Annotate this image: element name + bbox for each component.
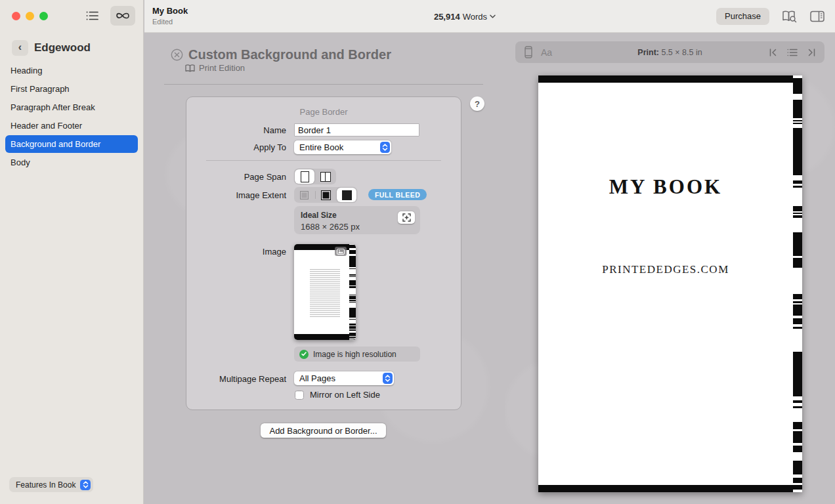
sidebar-item-background-and-border[interactable]: Background and Border [5, 135, 138, 153]
back-button[interactable]: ‹ [12, 40, 28, 56]
section-title: Page Border [186, 107, 461, 117]
border-bottom-bar [538, 485, 793, 492]
stepper-icon [383, 373, 393, 384]
document-status: Edited [152, 18, 173, 26]
minimize-window-button[interactable] [26, 12, 34, 20]
border-top-bar [538, 75, 793, 83]
page-span-segmented-control [294, 169, 336, 184]
page-span-single-option[interactable] [295, 169, 314, 184]
thumbnail-text-block [310, 269, 340, 318]
last-page-icon[interactable] [807, 49, 815, 56]
extent-page-icon [321, 190, 331, 200]
document-title: My Book [152, 6, 188, 16]
sidebar-item-first-paragraph[interactable]: First Paragraph [5, 80, 138, 98]
ideal-size-box: Ideal Size 1688 × 2625 px [294, 206, 420, 234]
extent-bleed-icon [342, 190, 352, 200]
image-extent-segmented-control [294, 187, 357, 203]
border-bottom-bar [294, 334, 349, 340]
style-nav-list: HeadingFirst ParagraphParagraph After Br… [5, 62, 138, 172]
divider [206, 160, 441, 161]
image-extent-label: Image Extent [200, 190, 286, 200]
styles-icon [115, 10, 131, 22]
editor-panel: My Book Edited 25,914 Words Custom Backg… [144, 0, 505, 504]
multipage-repeat-select[interactable]: All Pages [294, 371, 394, 385]
divider [164, 84, 483, 85]
apply-to-value: Entire Book [299, 142, 343, 152]
resolution-status: Image is high resolution [313, 350, 396, 359]
image-well[interactable] [294, 244, 356, 340]
sidebar-item-header-and-footer[interactable]: Header and Footer [5, 117, 138, 135]
inspector-panel-icon[interactable] [810, 10, 824, 22]
check-icon [299, 350, 309, 359]
two-page-icon [320, 172, 332, 182]
multipage-repeat-label: Multipage Repeat [200, 374, 286, 384]
close-window-button[interactable] [12, 12, 20, 20]
first-page-icon[interactable] [769, 49, 777, 56]
page-span-label: Page Span [200, 172, 286, 182]
name-label: Name [200, 125, 286, 135]
help-button[interactable]: ? [470, 96, 484, 111]
stepper-icon [80, 480, 91, 490]
chevron-left-icon: ‹ [18, 41, 22, 53]
resolution-status-box: Image is high resolution [294, 346, 420, 362]
border-edge-pattern [793, 75, 802, 492]
apply-to-select[interactable]: Entire Book [294, 140, 391, 154]
preview-panel: Purchase [505, 0, 835, 504]
book-website-text: PRINTEDEDGES.COM [538, 263, 793, 276]
sidebar-item-heading[interactable]: Heading [5, 62, 138, 79]
word-count-dropdown[interactable]: 25,914 Words [434, 0, 496, 33]
ideal-size-label: Ideal Size [301, 211, 414, 220]
preview-area: Aa Print: 5.5 × 8.5 in [505, 33, 835, 504]
question-mark-icon: ? [475, 99, 480, 109]
size-to-fit-button[interactable] [398, 211, 415, 224]
mirror-left-label: Mirror on Left Side [310, 390, 380, 400]
page-border-panel: Page Border Name Apply To Entire Book Pa… [186, 96, 461, 410]
preview-toolbar: Aa Print: 5.5 × 8.5 in [515, 41, 824, 63]
style-set-title: Edgewood [34, 41, 91, 54]
image-badge-icon [335, 247, 347, 256]
features-in-book-label: Features In Book [16, 480, 75, 490]
device-icon[interactable] [525, 46, 532, 58]
editor-content: Custom Background and Border Print Editi… [144, 33, 505, 504]
single-page-icon [301, 171, 309, 182]
contents-mode-button[interactable] [80, 6, 105, 26]
book-title-text: MY BOOK [538, 175, 793, 199]
crop-plus-icon [402, 213, 411, 222]
mirror-left-checkbox[interactable] [295, 390, 304, 400]
name-input[interactable] [294, 123, 419, 136]
image-label: Image [200, 247, 286, 257]
add-background-button[interactable]: Add Background or Border... [261, 423, 386, 438]
page-span-spread-option[interactable] [315, 169, 336, 184]
image-extent-page-option[interactable] [316, 187, 337, 203]
stepper-icon [380, 142, 390, 153]
apply-to-label: Apply To [200, 142, 286, 152]
image-extent-margins-option[interactable] [294, 187, 315, 203]
page-title: Custom Background and Border [188, 47, 391, 62]
extent-margins-icon [300, 191, 309, 200]
page-list-icon[interactable] [787, 49, 798, 56]
sidebar-toolbar [80, 6, 135, 26]
sidebar-item-body[interactable]: Body [5, 154, 138, 171]
book-icon [185, 64, 195, 72]
styles-mode-button[interactable] [110, 6, 135, 26]
edition-label: Print Edition [199, 63, 245, 73]
preview-header: Purchase [505, 0, 835, 33]
document-header: My Book Edited 25,914 Words [144, 0, 505, 33]
ideal-size-value: 1688 × 2625 px [301, 222, 414, 232]
sidebar: ‹ Edgewood HeadingFirst ParagraphParagra… [0, 0, 144, 504]
text-size-icon[interactable]: Aa [541, 47, 552, 58]
word-count-value: 25,914 [434, 12, 460, 22]
sidebar-item-paragraph-after-break[interactable]: Paragraph After Break [5, 98, 138, 116]
remove-style-icon[interactable] [171, 49, 183, 61]
purchase-button[interactable]: Purchase [716, 8, 769, 25]
word-count-suffix: Words [463, 12, 487, 22]
chevron-down-icon [490, 14, 496, 18]
book-search-icon[interactable] [782, 10, 798, 23]
image-extent-bleed-option[interactable] [337, 188, 356, 202]
window-controls [12, 12, 48, 20]
border-edge-pattern [349, 244, 356, 340]
multipage-repeat-value: All Pages [299, 373, 335, 383]
features-in-book-dropdown[interactable]: Features In Book [9, 477, 93, 492]
book-page-preview[interactable]: MY BOOK PRINTEDEDGES.COM [538, 75, 802, 492]
zoom-window-button[interactable] [39, 12, 48, 20]
